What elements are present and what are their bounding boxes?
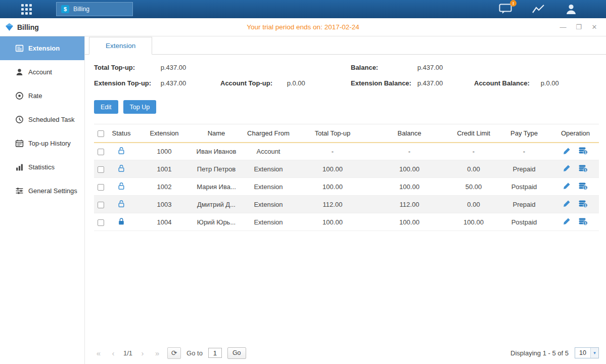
topup-extension-icon[interactable]: $: [579, 200, 588, 208]
main-tab-bar: Extension: [85, 36, 606, 55]
column-header-pay-type: Pay Type: [496, 124, 552, 143]
cell-name: Мария Ива...: [193, 178, 240, 196]
row-checkbox[interactable]: [98, 166, 104, 173]
dollar-icon: $: [61, 5, 69, 13]
cell-extension: 1001: [135, 160, 193, 178]
account-topup-label: Account Top-up:: [220, 79, 285, 87]
billing-app-tab[interactable]: $ Billing: [56, 2, 133, 16]
prev-page-button[interactable]: ‹: [109, 349, 118, 357]
topup-extension-icon[interactable]: $: [579, 182, 588, 190]
account-topup-value: p.0.00: [287, 79, 305, 87]
topup-extension-icon[interactable]: $: [579, 147, 588, 155]
row-checkbox[interactable]: [98, 184, 104, 191]
minimize-button[interactable]: —: [560, 23, 567, 31]
top-up-button[interactable]: Top Up: [123, 100, 157, 114]
page-size-value: 10: [575, 349, 590, 356]
billing-summary: Total Top-up: p.437.00 Balance: p.437.00…: [94, 64, 599, 87]
app-tab-label: Billing: [73, 6, 89, 13]
column-header-balance: Balance: [368, 124, 451, 143]
row-checkbox[interactable]: [98, 149, 104, 155]
column-header-total-top-up: Total Top-up: [297, 124, 368, 143]
cell-name: Петр Петров: [193, 160, 240, 178]
rate-icon: [15, 92, 24, 100]
cell-total-topup: 100.00: [297, 178, 368, 196]
sidebar-item-rate[interactable]: Rate: [0, 84, 84, 108]
user-account-icon[interactable]: [565, 3, 578, 15]
edit-extension-icon[interactable]: [563, 147, 571, 155]
lock-locked-icon: [117, 217, 125, 225]
sidebar-item-account[interactable]: Account: [0, 60, 84, 84]
table-row: 1003 Дмитрий Д... Extension 112.00 112.0…: [94, 196, 599, 213]
summary-total-topup: Total Top-up: p.437.00: [94, 64, 220, 71]
cell-pay-type: Prepaid: [496, 196, 552, 213]
go-button[interactable]: Go: [227, 347, 246, 359]
table-row: 1004 Юрий Юрь... Extension 100.00 100.00…: [94, 213, 599, 231]
column-header-operation: Operation: [552, 124, 599, 143]
cell-pay-type: Postpaid: [496, 213, 552, 231]
cell-pay-type: Postpaid: [496, 178, 552, 196]
topbar: $ Billing !: [0, 0, 606, 18]
notifications-chat-icon[interactable]: !: [499, 4, 512, 15]
cell-extension: 1002: [135, 178, 193, 196]
table-row: 1001 Петр Петров Extension 100.00 100.00…: [94, 160, 599, 178]
edit-extension-icon[interactable]: [563, 217, 571, 225]
summary-extension-topup: Extension Top-up: p.437.00: [94, 79, 220, 87]
sidebar: Extension Account Rate Scheduled Task To…: [0, 36, 85, 364]
sidebar-item-statistics[interactable]: Statistics: [0, 155, 84, 179]
summary-account-balance: Account Balance: p.0.00: [474, 79, 599, 87]
balance-value: p.437.00: [417, 64, 443, 71]
first-page-button[interactable]: «: [94, 349, 103, 357]
cell-credit-limit: 0.00: [451, 160, 496, 178]
sidebar-item-label: Top-up History: [28, 140, 71, 147]
column-header-name: Name: [193, 124, 240, 143]
balance-label: Balance:: [351, 64, 415, 71]
svg-text:$: $: [584, 168, 586, 171]
cell-total-topup: 100.00: [297, 213, 368, 231]
next-page-button[interactable]: ›: [138, 349, 147, 357]
edit-extension-icon[interactable]: [563, 182, 571, 190]
row-checkbox[interactable]: [98, 219, 104, 226]
goto-page-input[interactable]: [208, 348, 222, 358]
cell-extension: 1004: [135, 213, 193, 231]
app-grid-icon[interactable]: [21, 4, 32, 15]
edit-extension-icon[interactable]: [563, 200, 571, 207]
cell-name: Иван Иванов: [193, 143, 240, 160]
sidebar-item-topup-history[interactable]: Top-up History: [0, 131, 84, 155]
cell-credit-limit: 50.00: [451, 178, 496, 196]
cell-credit-limit: -: [451, 143, 496, 160]
row-checkbox[interactable]: [98, 202, 104, 208]
cell-extension: 1003: [135, 196, 193, 213]
bar-chart-icon: [15, 163, 24, 171]
edit-extension-icon[interactable]: [563, 164, 571, 172]
close-button[interactable]: ✕: [591, 23, 598, 31]
cell-charged-from: Extension: [240, 213, 297, 231]
tab-extension[interactable]: Extension: [89, 37, 152, 55]
sidebar-item-scheduled-task[interactable]: Scheduled Task: [0, 108, 84, 131]
status-cell: [117, 147, 125, 155]
cell-name: Юрий Юрь...: [193, 213, 240, 231]
cell-extension: 1000: [135, 143, 193, 160]
topup-extension-icon[interactable]: $: [579, 217, 588, 225]
page-size-select[interactable]: 10 ▾: [575, 347, 599, 358]
displaying-text: Displaying 1 - 5 of 5: [510, 349, 569, 357]
refresh-button[interactable]: ⟳: [167, 347, 181, 359]
svg-text:$: $: [584, 221, 586, 224]
cell-balance: 100.00: [368, 213, 451, 231]
sidebar-item-label: Extension: [28, 44, 60, 52]
status-cell: [117, 164, 125, 172]
edit-button[interactable]: Edit: [94, 100, 118, 114]
summary-extension-balance: Extension Balance: p.437.00: [351, 79, 474, 87]
clock-icon: [15, 115, 24, 124]
last-page-button[interactable]: »: [153, 349, 162, 357]
status-cell: [117, 217, 125, 225]
goto-label: Go to: [187, 349, 203, 357]
select-all-checkbox[interactable]: [98, 130, 104, 137]
table-row: 1002 Мария Ива... Extension 100.00 100.0…: [94, 178, 599, 196]
extension-table-head-row: StatusExtensionNameCharged FromTotal Top…: [94, 124, 599, 143]
sidebar-item-extension[interactable]: Extension: [0, 36, 84, 60]
extension-table: StatusExtensionNameCharged FromTotal Top…: [94, 124, 599, 231]
reports-chart-icon[interactable]: [532, 4, 545, 15]
sidebar-item-general-settings[interactable]: General Settings: [0, 179, 84, 203]
topup-extension-icon[interactable]: $: [579, 164, 588, 172]
maximize-button[interactable]: ❐: [575, 23, 582, 31]
